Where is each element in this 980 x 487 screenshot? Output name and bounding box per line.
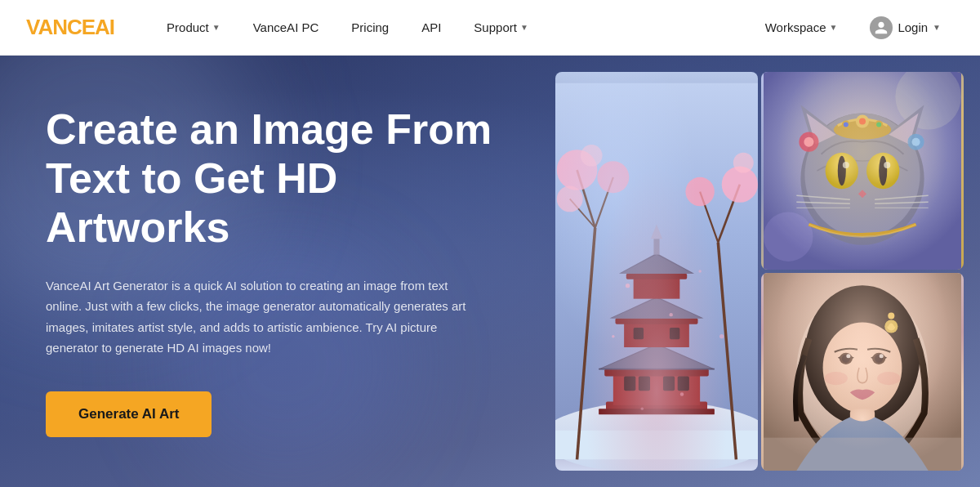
support-chevron-icon: ▼ (520, 23, 528, 32)
nav-pricing[interactable]: Pricing (338, 14, 402, 41)
nav-links: Product ▼ VanceAI PC Pricing API Support… (154, 14, 752, 41)
logo[interactable]: VANCEAI (26, 15, 114, 40)
avatar-icon (870, 16, 893, 39)
hero-text-block: Create an Image From Text to Get HD Artw… (46, 105, 519, 436)
generate-ai-art-button[interactable]: Generate AI Art (46, 391, 212, 437)
logo-vance: VANCE (26, 15, 95, 39)
hero-section: Create an Image From Text to Get HD Artw… (0, 56, 980, 487)
logo-ai: AI (95, 15, 114, 39)
hero-content: Create an Image From Text to Get HD Artw… (0, 56, 980, 487)
nav-vanceai-pc[interactable]: VanceAI PC (240, 14, 332, 41)
hero-description: VanceAI Art Generator is a quick AI solu… (46, 275, 470, 359)
nav-support[interactable]: Support ▼ (461, 14, 541, 41)
workspace-chevron-icon: ▼ (829, 23, 837, 32)
hero-title: Create an Image From Text to Get HD Artw… (46, 105, 519, 252)
workspace-button[interactable]: Workspace ▼ (752, 14, 851, 41)
product-chevron-icon: ▼ (212, 23, 220, 32)
navbar: VANCEAI Product ▼ VanceAI PC Pricing API… (0, 0, 980, 56)
nav-right: Workspace ▼ Login ▼ (752, 10, 954, 46)
login-chevron-icon: ▼ (933, 23, 941, 32)
login-button[interactable]: Login ▼ (857, 10, 954, 46)
nav-api[interactable]: API (408, 14, 454, 41)
nav-product[interactable]: Product ▼ (154, 14, 234, 41)
